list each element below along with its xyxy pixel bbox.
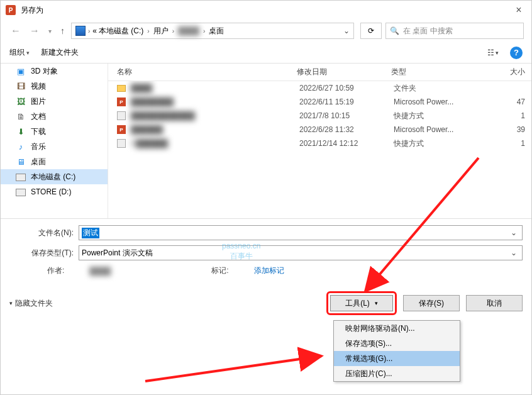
file-name: ████████████ xyxy=(131,111,299,120)
sidebar-item-videos[interactable]: 🎞视频 xyxy=(1,79,108,94)
tag-label: 标记: xyxy=(211,265,228,276)
watermark: passneo.cn 百事牛 xyxy=(222,241,260,261)
menu-item-save-options[interactable]: 保存选项(S)... xyxy=(334,336,460,351)
menu-item-map-drive[interactable]: 映射网络驱动器(N)... xyxy=(334,321,460,336)
file-size: 1 xyxy=(482,139,525,148)
sidebar-item-music[interactable]: ♪音乐 xyxy=(1,139,108,154)
search-placeholder: 在 桌面 中搜索 xyxy=(403,26,453,36)
path-segment[interactable]: 桌面 xyxy=(208,26,225,36)
file-name: ████ xyxy=(131,84,299,92)
sidebar-item-label: 文档 xyxy=(31,111,46,122)
table-row[interactable]: ████████████2021/7/8 10:15快捷方式1 xyxy=(108,109,531,123)
save-form: 文件名(N): 测试 ⌄ 保存类型(T): PowerPoint 演示文稿 ⌄ … xyxy=(1,218,531,281)
table-row[interactable]: P████████2022/6/11 15:19Microsoft Power.… xyxy=(108,95,531,109)
file-type: Microsoft Power... xyxy=(394,97,482,106)
file-size: 47 xyxy=(482,97,525,106)
up-icon[interactable]: ↑ xyxy=(58,26,67,36)
shortcut-icon xyxy=(116,111,127,121)
sidebar-item-label: 下载 xyxy=(31,126,46,137)
svg-line-1 xyxy=(145,356,321,381)
column-type[interactable]: 类型 xyxy=(391,67,479,77)
add-tag-link[interactable]: 添加标记 xyxy=(254,265,284,276)
savetype-dropdown-icon[interactable]: ⌄ xyxy=(508,248,519,257)
file-type: 快捷方式 xyxy=(394,111,482,121)
search-input[interactable]: 🔍 在 桌面 中搜索 xyxy=(385,23,524,39)
help-icon[interactable]: ? xyxy=(510,47,523,59)
sidebar-item-label: 桌面 xyxy=(31,157,46,167)
main-area: ▣3D 对象 🎞视频 🖼图片 🗎文档 ⬇下载 ♪音乐 🖥桌面 本地磁盘 (C:)… xyxy=(1,64,531,218)
savetype-select[interactable]: PowerPoint 演示文稿 ⌄ xyxy=(79,245,523,260)
path-dropdown-icon[interactable]: ⌄ xyxy=(343,26,350,35)
tools-highlight-box: 工具(L) xyxy=(326,291,397,315)
file-name: ████████ xyxy=(131,97,299,106)
download-icon: ⬇ xyxy=(16,126,26,136)
menu-item-general-options[interactable]: 常规选项(G)... xyxy=(334,351,460,366)
sidebar-item-label: 音乐 xyxy=(31,142,46,152)
sidebar-item-documents[interactable]: 🗎文档 xyxy=(1,109,108,124)
tools-menu: 映射网络驱动器(N)... 保存选项(S)... 常规选项(G)... 压缩图片… xyxy=(333,320,460,382)
table-row[interactable]: ████2022/6/27 10:59文件夹 xyxy=(108,81,531,95)
sidebar-item-3dobjects[interactable]: ▣3D 对象 xyxy=(1,64,108,79)
sidebar-item-drive-d[interactable]: STORE (D:) xyxy=(1,184,108,199)
table-row[interactable]: E██████2021/12/14 12:12快捷方式1 xyxy=(108,136,531,150)
hide-folders-toggle[interactable]: 隐藏文件夹 xyxy=(9,298,53,309)
sidebar-item-drive-c[interactable]: 本地磁盘 (C:) xyxy=(1,169,108,184)
file-type: Microsoft Power... xyxy=(394,125,482,134)
address-bar[interactable]: › « 本地磁盘 (C:) › 用户 › ████ › 桌面 ⌄ xyxy=(71,23,354,39)
chevron-right-icon[interactable]: › xyxy=(145,28,151,35)
file-name: ██████ xyxy=(131,125,299,134)
savetype-label: 保存类型(T): xyxy=(9,248,79,259)
view-options-button[interactable]: ☷ ▾ xyxy=(487,48,499,57)
file-date: 2022/6/27 10:59 xyxy=(299,84,394,92)
video-icon: 🎞 xyxy=(16,81,26,91)
table-row[interactable]: P██████2022/6/28 11:32Microsoft Power...… xyxy=(108,123,531,136)
file-date: 2021/7/8 10:15 xyxy=(299,111,394,120)
file-type: 文件夹 xyxy=(394,83,482,94)
sidebar-item-desktop[interactable]: 🖥桌面 xyxy=(1,154,108,169)
sidebar-item-label: STORE (D:) xyxy=(31,187,71,196)
shortcut-icon xyxy=(116,138,127,148)
pptx-icon: P xyxy=(116,125,127,135)
path-segment[interactable]: 本地磁盘 (C:) xyxy=(97,26,145,36)
drive-icon xyxy=(16,187,26,197)
drive-icon xyxy=(75,26,86,36)
savetype-value: PowerPoint 演示文稿 xyxy=(82,248,153,259)
filename-input[interactable]: 测试 ⌄ xyxy=(79,225,523,240)
sidebar-item-pictures[interactable]: 🖼图片 xyxy=(1,94,108,109)
sidebar-item-downloads[interactable]: ⬇下载 xyxy=(1,124,108,139)
save-button[interactable]: 保存(S) xyxy=(403,295,460,311)
back-icon[interactable]: ← xyxy=(8,25,23,36)
file-date: 2022/6/28 11:32 xyxy=(299,125,394,134)
window-title: 另存为 xyxy=(21,5,506,16)
chevron-right-icon[interactable]: › xyxy=(201,28,207,35)
chevron-right-icon[interactable]: › xyxy=(86,28,92,35)
pptx-icon: P xyxy=(116,97,127,107)
menu-item-compress-pictures[interactable]: 压缩图片(C)... xyxy=(334,366,460,381)
filename-dropdown-icon[interactable]: ⌄ xyxy=(508,228,519,237)
list-view-icon: ☷ xyxy=(487,48,494,57)
sidebar-item-label: 3D 对象 xyxy=(31,66,58,77)
new-folder-button[interactable]: 新建文件夹 xyxy=(41,47,79,58)
path-segment[interactable]: 用户 xyxy=(152,26,170,36)
cancel-button[interactable]: 取消 xyxy=(466,295,523,311)
forward-icon[interactable]: → xyxy=(27,25,42,36)
chevron-right-icon[interactable]: › xyxy=(170,28,176,35)
search-icon: 🔍 xyxy=(390,26,399,35)
sidebar-item-label: 视频 xyxy=(31,81,46,92)
powerpoint-icon: P xyxy=(6,5,16,15)
column-name[interactable]: 名称 xyxy=(108,67,297,77)
tools-button[interactable]: 工具(L) xyxy=(330,295,393,311)
close-icon[interactable]: × xyxy=(506,4,531,16)
path-prefix: « xyxy=(92,26,97,35)
toolbar: 组织 新建文件夹 ☷ ▾ ? xyxy=(1,42,531,64)
column-size[interactable]: 大小 xyxy=(479,67,525,77)
author-value[interactable]: ████ xyxy=(89,267,111,275)
organize-menu[interactable]: 组织 xyxy=(9,47,30,58)
sidebar-item-label: 图片 xyxy=(31,96,46,107)
document-icon: 🗎 xyxy=(16,111,26,121)
cube-icon: ▣ xyxy=(16,66,26,76)
refresh-button[interactable]: ⟳ xyxy=(360,23,382,39)
path-segment[interactable]: ████ xyxy=(177,26,201,35)
recent-dropdown-icon[interactable]: ▾ xyxy=(46,28,54,35)
column-date[interactable]: 修改日期 xyxy=(297,67,391,77)
